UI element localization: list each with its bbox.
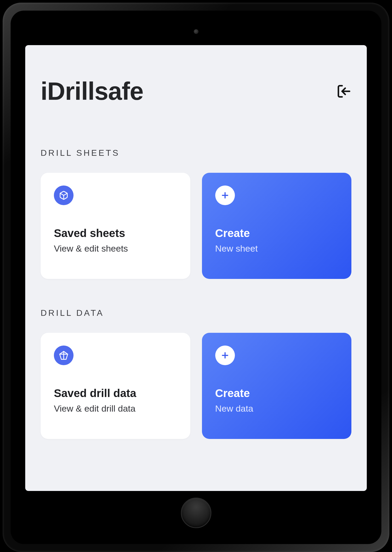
cards-row-sheets: Saved sheets View & edit sheets Create N… [41,173,351,279]
plus-icon-circle [215,186,235,205]
create-data-title: Create [215,387,338,400]
section-drill-sheets: DRILL SHEETS Saved sheets View & edit sh… [41,148,351,279]
plus-icon-circle [215,346,235,365]
saved-data-card[interactable]: Saved drill data View & edit drill data [41,333,190,439]
tablet-home-button[interactable] [181,498,211,528]
plus-icon [221,351,230,360]
section-label-data: DRILL DATA [41,308,351,318]
gem-icon-circle [54,346,74,365]
app-header: iDrillsafe [41,77,351,106]
login-icon [337,84,351,99]
create-sheet-card[interactable]: Create New sheet [202,173,352,279]
create-data-subtitle: New data [215,403,338,414]
cube-icon-circle [54,186,74,205]
tablet-bezel: iDrillsafe DRILL SHEETS [11,11,381,544]
create-sheet-subtitle: New sheet [215,243,338,254]
plus-icon [221,191,230,200]
login-button[interactable] [337,84,351,99]
saved-data-title: Saved drill data [54,387,177,400]
gem-icon [59,351,68,360]
section-label-sheets: DRILL SHEETS [41,148,351,158]
cards-row-data: Saved drill data View & edit drill data … [41,333,351,439]
create-data-card[interactable]: Create New data [202,333,352,439]
saved-data-subtitle: View & edit drill data [54,403,177,414]
tablet-camera [194,29,199,34]
saved-sheets-title: Saved sheets [54,227,177,240]
create-sheet-title: Create [215,227,338,240]
saved-sheets-subtitle: View & edit sheets [54,243,177,254]
tablet-device-frame: iDrillsafe DRILL SHEETS [3,3,389,552]
app-title: iDrillsafe [41,77,143,106]
section-drill-data: DRILL DATA Saved drill data View & edit … [41,308,351,439]
cube-icon [59,191,68,200]
app-screen: iDrillsafe DRILL SHEETS [25,45,367,491]
saved-sheets-card[interactable]: Saved sheets View & edit sheets [41,173,190,279]
